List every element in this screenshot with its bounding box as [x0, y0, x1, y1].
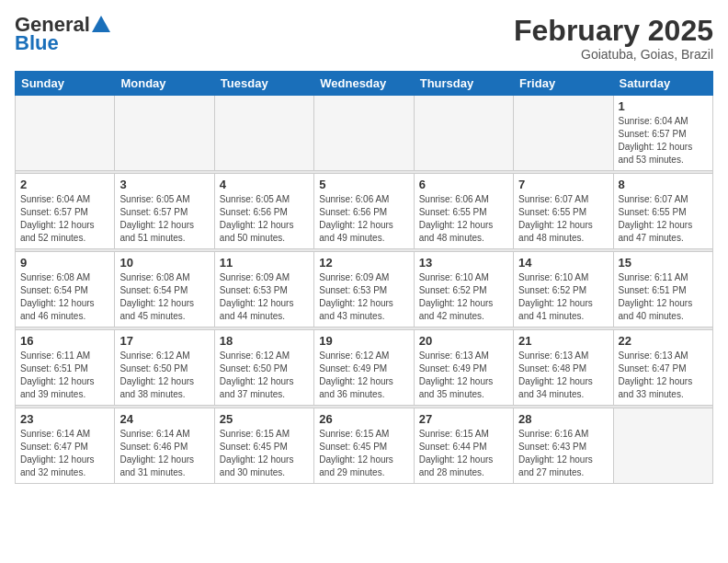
calendar-cell: 21Sunrise: 6:13 AM Sunset: 6:48 PM Dayli…: [514, 330, 613, 406]
calendar-cell: 22Sunrise: 6:13 AM Sunset: 6:47 PM Dayli…: [613, 330, 712, 406]
calendar-cell: 2Sunrise: 6:04 AM Sunset: 6:57 PM Daylig…: [16, 174, 115, 249]
logo: General Blue: [15, 15, 110, 53]
calendar-week-row: 23Sunrise: 6:14 AM Sunset: 6:47 PM Dayli…: [16, 408, 713, 484]
weekday-header: Wednesday: [314, 72, 414, 96]
day-number: 23: [20, 412, 109, 426]
day-info: Sunrise: 6:11 AM Sunset: 6:51 PM Dayligh…: [619, 271, 708, 323]
day-info: Sunrise: 6:12 AM Sunset: 6:50 PM Dayligh…: [220, 350, 309, 401]
calendar-week-row: 9Sunrise: 6:08 AM Sunset: 6:54 PM Daylig…: [16, 252, 713, 327]
day-info: Sunrise: 6:13 AM Sunset: 6:47 PM Dayligh…: [619, 350, 708, 401]
day-number: 12: [319, 256, 408, 270]
calendar-cell: [214, 96, 313, 171]
calendar-table: SundayMondayTuesdayWednesdayThursdayFrid…: [15, 71, 713, 484]
weekday-header: Monday: [115, 72, 214, 96]
calendar-cell: 11Sunrise: 6:09 AM Sunset: 6:53 PM Dayli…: [214, 252, 313, 327]
day-number: 14: [518, 256, 608, 270]
calendar-cell: 20Sunrise: 6:13 AM Sunset: 6:49 PM Dayli…: [414, 330, 513, 406]
calendar-cell: 28Sunrise: 6:16 AM Sunset: 6:43 PM Dayli…: [514, 408, 613, 484]
day-number: 17: [119, 334, 209, 348]
calendar-cell: 3Sunrise: 6:05 AM Sunset: 6:57 PM Daylig…: [115, 174, 214, 249]
day-number: 27: [419, 412, 508, 426]
weekday-header: Friday: [514, 72, 613, 96]
calendar-week-row: 2Sunrise: 6:04 AM Sunset: 6:57 PM Daylig…: [16, 174, 713, 249]
day-info: Sunrise: 6:10 AM Sunset: 6:52 PM Dayligh…: [419, 271, 508, 323]
title-block: February 2025 Goiatuba, Goias, Brazil: [514, 15, 713, 62]
calendar-cell: 18Sunrise: 6:12 AM Sunset: 6:50 PM Dayli…: [214, 330, 313, 406]
day-info: Sunrise: 6:12 AM Sunset: 6:50 PM Dayligh…: [119, 350, 209, 401]
day-number: 11: [220, 256, 309, 270]
day-number: 4: [220, 178, 309, 191]
weekday-header: Thursday: [414, 72, 513, 96]
day-number: 10: [119, 256, 209, 270]
weekday-header: Saturday: [613, 72, 712, 96]
day-info: Sunrise: 6:12 AM Sunset: 6:49 PM Dayligh…: [319, 350, 408, 401]
calendar-cell: 8Sunrise: 6:07 AM Sunset: 6:55 PM Daylig…: [613, 174, 712, 249]
day-info: Sunrise: 6:08 AM Sunset: 6:54 PM Dayligh…: [20, 271, 109, 323]
day-number: 19: [319, 334, 408, 348]
day-info: Sunrise: 6:14 AM Sunset: 6:47 PM Dayligh…: [20, 428, 109, 479]
calendar-cell: 16Sunrise: 6:11 AM Sunset: 6:51 PM Dayli…: [16, 330, 115, 406]
day-info: Sunrise: 6:08 AM Sunset: 6:54 PM Dayligh…: [119, 271, 209, 323]
calendar-cell: 12Sunrise: 6:09 AM Sunset: 6:53 PM Dayli…: [314, 252, 414, 327]
calendar-cell: [314, 96, 414, 171]
day-number: 15: [619, 256, 708, 270]
day-info: Sunrise: 6:09 AM Sunset: 6:53 PM Dayligh…: [220, 271, 309, 323]
calendar-cell: 4Sunrise: 6:05 AM Sunset: 6:56 PM Daylig…: [214, 174, 313, 249]
day-info: Sunrise: 6:04 AM Sunset: 6:57 PM Dayligh…: [20, 193, 109, 245]
page-header: General Blue February 2025 Goiatuba, Goi…: [15, 15, 713, 62]
day-info: Sunrise: 6:15 AM Sunset: 6:45 PM Dayligh…: [319, 428, 408, 479]
day-number: 13: [419, 256, 508, 270]
day-info: Sunrise: 6:11 AM Sunset: 6:51 PM Dayligh…: [20, 350, 109, 401]
day-info: Sunrise: 6:10 AM Sunset: 6:52 PM Dayligh…: [518, 271, 608, 323]
day-number: 2: [20, 178, 109, 191]
calendar-cell: 25Sunrise: 6:15 AM Sunset: 6:45 PM Dayli…: [214, 408, 313, 484]
calendar-cell: 27Sunrise: 6:15 AM Sunset: 6:44 PM Dayli…: [414, 408, 513, 484]
day-number: 26: [319, 412, 408, 426]
calendar-cell: 7Sunrise: 6:07 AM Sunset: 6:55 PM Daylig…: [514, 174, 613, 249]
calendar-cell: [514, 96, 613, 171]
day-info: Sunrise: 6:05 AM Sunset: 6:56 PM Dayligh…: [220, 193, 309, 245]
day-number: 1: [619, 99, 708, 113]
day-number: 16: [20, 334, 109, 348]
day-info: Sunrise: 6:07 AM Sunset: 6:55 PM Dayligh…: [518, 193, 608, 245]
day-number: 24: [119, 412, 209, 426]
logo-blue: Blue: [15, 33, 59, 53]
weekday-header-row: SundayMondayTuesdayWednesdayThursdayFrid…: [16, 72, 713, 96]
day-number: 5: [319, 178, 408, 191]
calendar-cell: 24Sunrise: 6:14 AM Sunset: 6:46 PM Dayli…: [115, 408, 214, 484]
day-info: Sunrise: 6:09 AM Sunset: 6:53 PM Dayligh…: [319, 271, 408, 323]
calendar-cell: [16, 96, 115, 171]
calendar-cell: 5Sunrise: 6:06 AM Sunset: 6:56 PM Daylig…: [314, 174, 414, 249]
calendar-cell: 6Sunrise: 6:06 AM Sunset: 6:55 PM Daylig…: [414, 174, 513, 249]
calendar-cell: 17Sunrise: 6:12 AM Sunset: 6:50 PM Dayli…: [115, 330, 214, 406]
calendar-cell: 10Sunrise: 6:08 AM Sunset: 6:54 PM Dayli…: [115, 252, 214, 327]
day-info: Sunrise: 6:13 AM Sunset: 6:48 PM Dayligh…: [518, 350, 608, 401]
calendar-cell: 14Sunrise: 6:10 AM Sunset: 6:52 PM Dayli…: [514, 252, 613, 327]
day-number: 18: [220, 334, 309, 348]
day-number: 7: [518, 178, 608, 191]
day-info: Sunrise: 6:07 AM Sunset: 6:55 PM Dayligh…: [619, 193, 708, 245]
calendar-cell: 15Sunrise: 6:11 AM Sunset: 6:51 PM Dayli…: [613, 252, 712, 327]
day-number: 3: [119, 178, 209, 191]
calendar-cell: 9Sunrise: 6:08 AM Sunset: 6:54 PM Daylig…: [16, 252, 115, 327]
day-info: Sunrise: 6:15 AM Sunset: 6:45 PM Dayligh…: [220, 428, 309, 479]
weekday-header: Sunday: [16, 72, 115, 96]
day-number: 21: [518, 334, 608, 348]
day-number: 22: [619, 334, 708, 348]
day-info: Sunrise: 6:06 AM Sunset: 6:56 PM Dayligh…: [319, 193, 408, 245]
day-number: 20: [419, 334, 508, 348]
calendar-cell: [613, 408, 712, 484]
calendar-cell: 1Sunrise: 6:04 AM Sunset: 6:57 PM Daylig…: [613, 96, 712, 171]
day-info: Sunrise: 6:15 AM Sunset: 6:44 PM Dayligh…: [419, 428, 508, 479]
day-info: Sunrise: 6:13 AM Sunset: 6:49 PM Dayligh…: [419, 350, 508, 401]
calendar-cell: 23Sunrise: 6:14 AM Sunset: 6:47 PM Dayli…: [16, 408, 115, 484]
day-info: Sunrise: 6:05 AM Sunset: 6:57 PM Dayligh…: [119, 193, 209, 245]
day-number: 9: [20, 256, 109, 270]
day-number: 28: [518, 412, 608, 426]
day-info: Sunrise: 6:14 AM Sunset: 6:46 PM Dayligh…: [119, 428, 209, 479]
day-number: 8: [619, 178, 708, 191]
calendar-cell: [115, 96, 214, 171]
logo-triangle-icon: [92, 16, 110, 32]
day-number: 25: [220, 412, 309, 426]
month-title: February 2025: [514, 15, 713, 47]
